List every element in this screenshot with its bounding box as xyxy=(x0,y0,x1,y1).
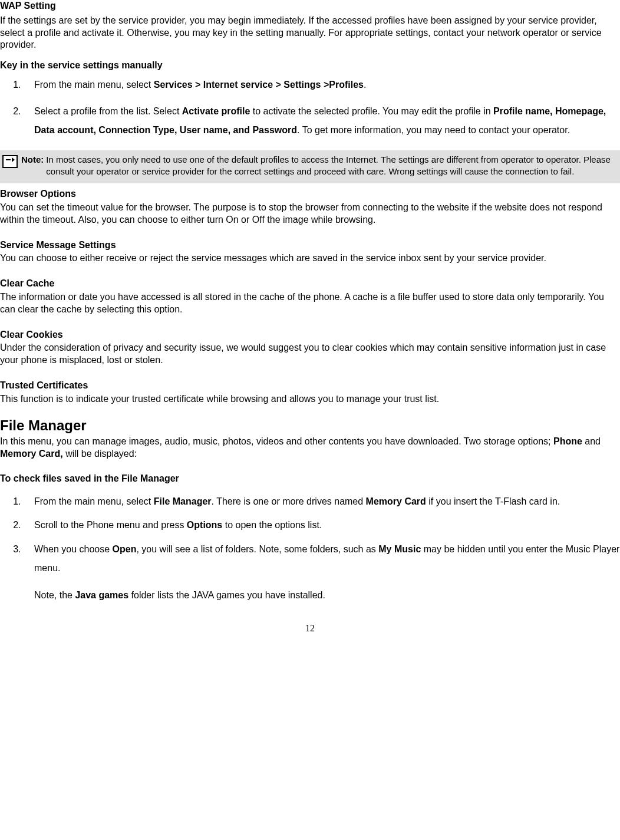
note-arrow-icon xyxy=(2,155,18,168)
list-item: From the main menu, select Services > In… xyxy=(24,79,620,91)
intro-text: will be displayed: xyxy=(63,449,137,459)
step-bold: Activate profile xyxy=(182,106,250,116)
note-box: Note: In most cases, you only need to us… xyxy=(0,150,620,184)
page-number: 12 xyxy=(0,622,620,635)
step-text: Select a profile from the list. Select xyxy=(34,106,182,116)
intro-bold: Phone xyxy=(553,436,582,446)
step-text: From the main menu, select xyxy=(34,496,154,506)
step-bold: Java games xyxy=(75,590,128,600)
list-item: When you choose Open, you will see a lis… xyxy=(24,540,620,605)
list-item: From the main menu, select File Manager.… xyxy=(24,492,620,511)
step-text: , you will see a list of folders. Note, … xyxy=(136,544,378,554)
step-bold: Memory Card xyxy=(366,496,426,506)
wap-setting-heading: WAP Setting xyxy=(0,0,620,12)
clear-cache-heading: Clear Cache xyxy=(0,278,620,290)
step-text: Note, the xyxy=(34,590,75,600)
step-text: to open the options list. xyxy=(222,520,322,530)
manual-settings-heading: Key in the service settings manually xyxy=(0,60,620,72)
check-files-list: From the main menu, select File Manager.… xyxy=(24,492,620,605)
browser-options-heading: Browser Options xyxy=(0,188,620,200)
browser-options-body: You can set the timeout value for the br… xyxy=(0,202,620,226)
step-text: . xyxy=(364,80,366,90)
check-files-heading: To check files saved in the File Manager xyxy=(0,473,620,485)
step-bold: My Music xyxy=(378,544,421,554)
clear-cookies-body: Under the consideration of privacy and s… xyxy=(0,342,620,367)
note-label: Note: xyxy=(21,154,44,166)
step-bold: Services > Internet service > Settings >… xyxy=(154,80,364,90)
step-text: if you insert the T-Flash card in. xyxy=(426,496,560,506)
intro-text: In this menu, you can manage images, aud… xyxy=(0,436,553,446)
manual-steps-list: From the main menu, select Services > In… xyxy=(24,79,620,140)
file-manager-intro: In this menu, you can manage images, aud… xyxy=(0,436,620,460)
step-text: to activate the selected profile. You ma… xyxy=(250,106,493,116)
trusted-cert-heading: Trusted Certificates xyxy=(0,380,620,392)
step-bold: Options xyxy=(187,520,222,530)
step-text: folder lists the JAVA games you have ins… xyxy=(128,590,325,600)
trusted-cert-body: This function is to indicate your truste… xyxy=(0,393,620,406)
wap-setting-intro: If the settings are set by the service p… xyxy=(0,15,620,51)
service-message-heading: Service Message Settings xyxy=(0,239,620,252)
service-message-body: You can choose to either receive or reje… xyxy=(0,252,620,265)
list-item: Select a profile from the list. Select A… xyxy=(24,102,620,140)
step-bold: File Manager xyxy=(154,496,212,506)
step-text: From the main menu, select xyxy=(34,80,154,90)
file-manager-heading: File Manager xyxy=(0,416,620,434)
step-text: . To get more information, you may need … xyxy=(297,125,570,135)
clear-cookies-heading: Clear Cookies xyxy=(0,329,620,341)
intro-text: and xyxy=(582,436,601,446)
step-text: When you choose xyxy=(34,544,113,554)
clear-cache-body: The information or date you have accesse… xyxy=(0,291,620,316)
step-text: . There is one or more drives named xyxy=(212,496,366,506)
step-bold: Open xyxy=(113,544,137,554)
list-item: Scroll to the Phone menu and press Optio… xyxy=(24,519,620,532)
step-text: Scroll to the Phone menu and press xyxy=(34,520,187,530)
intro-bold: Memory Card, xyxy=(0,449,63,459)
note-text: In most cases, you only need to use one … xyxy=(46,154,618,178)
